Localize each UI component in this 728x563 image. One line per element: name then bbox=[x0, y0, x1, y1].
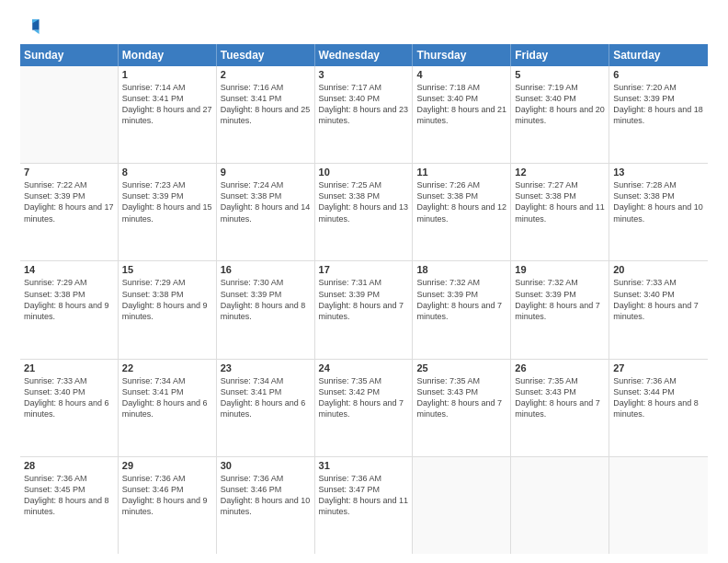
week-row-3: 14Sunrise: 7:29 AMSunset: 3:38 PMDayligh… bbox=[20, 261, 708, 359]
sunset-text: Sunset: 3:40 PM bbox=[613, 289, 704, 300]
daylight-text: Daylight: 8 hours and 10 minutes. bbox=[613, 201, 704, 224]
sunrise-text: Sunrise: 7:27 AM bbox=[515, 179, 605, 190]
cal-cell-0-0 bbox=[20, 66, 119, 163]
cal-cell-4-4 bbox=[413, 457, 511, 554]
day-number: 29 bbox=[122, 460, 212, 471]
sunset-text: Sunset: 3:38 PM bbox=[24, 289, 114, 300]
daylight-text: Daylight: 8 hours and 25 minutes. bbox=[221, 104, 311, 126]
cal-cell-1-4: 11Sunrise: 7:26 AMSunset: 3:38 PMDayligh… bbox=[413, 164, 511, 260]
daylight-text: Daylight: 8 hours and 9 minutes. bbox=[122, 495, 212, 517]
sunrise-text: Sunrise: 7:33 AM bbox=[24, 375, 114, 386]
calendar: SundayMondayTuesdayWednesdayThursdayFrid… bbox=[20, 44, 708, 554]
cal-cell-3-5: 26Sunrise: 7:35 AMSunset: 3:43 PMDayligh… bbox=[511, 360, 609, 456]
cal-cell-2-0: 14Sunrise: 7:29 AMSunset: 3:38 PMDayligh… bbox=[20, 261, 119, 358]
cal-cell-4-6 bbox=[609, 457, 708, 554]
sunrise-text: Sunrise: 7:32 AM bbox=[515, 277, 605, 288]
sunset-text: Sunset: 3:39 PM bbox=[319, 289, 409, 300]
day-number: 30 bbox=[221, 460, 311, 471]
day-number: 10 bbox=[319, 167, 409, 178]
week-row-1: 1Sunrise: 7:14 AMSunset: 3:41 PMDaylight… bbox=[20, 66, 708, 164]
daylight-text: Daylight: 8 hours and 7 minutes. bbox=[319, 397, 409, 419]
header-day-sunday: Sunday bbox=[20, 44, 119, 66]
cal-cell-1-2: 9Sunrise: 7:24 AMSunset: 3:38 PMDaylight… bbox=[217, 164, 315, 260]
daylight-text: Daylight: 8 hours and 7 minutes. bbox=[515, 300, 605, 322]
daylight-text: Daylight: 8 hours and 7 minutes. bbox=[416, 300, 506, 322]
cal-cell-3-0: 21Sunrise: 7:33 AMSunset: 3:40 PMDayligh… bbox=[20, 360, 119, 456]
sunrise-text: Sunrise: 7:28 AM bbox=[613, 179, 704, 190]
daylight-text: Daylight: 8 hours and 23 minutes. bbox=[319, 104, 409, 126]
day-number: 13 bbox=[613, 167, 704, 178]
sunrise-text: Sunrise: 7:33 AM bbox=[613, 277, 704, 288]
day-number: 24 bbox=[319, 362, 409, 373]
sunrise-text: Sunrise: 7:17 AM bbox=[319, 82, 409, 93]
day-number: 9 bbox=[221, 167, 311, 178]
daylight-text: Daylight: 8 hours and 11 minutes. bbox=[319, 495, 409, 517]
daylight-text: Daylight: 8 hours and 20 minutes. bbox=[515, 104, 605, 126]
sunrise-text: Sunrise: 7:26 AM bbox=[416, 179, 506, 190]
daylight-text: Daylight: 8 hours and 7 minutes. bbox=[319, 300, 409, 322]
daylight-text: Daylight: 8 hours and 7 minutes. bbox=[515, 397, 605, 419]
daylight-text: Daylight: 8 hours and 6 minutes. bbox=[122, 397, 212, 419]
cal-cell-1-6: 13Sunrise: 7:28 AMSunset: 3:38 PMDayligh… bbox=[609, 164, 708, 260]
sunrise-text: Sunrise: 7:23 AM bbox=[122, 179, 212, 190]
day-number: 11 bbox=[416, 167, 506, 178]
header-day-saturday: Saturday bbox=[609, 44, 708, 66]
cal-cell-3-3: 24Sunrise: 7:35 AMSunset: 3:42 PMDayligh… bbox=[315, 360, 414, 456]
day-number: 31 bbox=[319, 460, 409, 471]
daylight-text: Daylight: 8 hours and 6 minutes. bbox=[221, 397, 311, 419]
cal-cell-2-1: 15Sunrise: 7:29 AMSunset: 3:38 PMDayligh… bbox=[119, 261, 217, 358]
sunset-text: Sunset: 3:40 PM bbox=[515, 93, 605, 104]
sunrise-text: Sunrise: 7:14 AM bbox=[122, 82, 212, 93]
cal-cell-2-3: 17Sunrise: 7:31 AMSunset: 3:39 PMDayligh… bbox=[315, 261, 414, 358]
daylight-text: Daylight: 8 hours and 9 minutes. bbox=[24, 300, 114, 322]
sunset-text: Sunset: 3:41 PM bbox=[221, 93, 311, 104]
header-day-tuesday: Tuesday bbox=[217, 44, 315, 66]
day-number: 4 bbox=[416, 69, 506, 80]
cal-cell-1-1: 8Sunrise: 7:23 AMSunset: 3:39 PMDaylight… bbox=[119, 164, 217, 260]
sunset-text: Sunset: 3:46 PM bbox=[122, 484, 212, 495]
daylight-text: Daylight: 8 hours and 12 minutes. bbox=[416, 201, 506, 224]
calendar-body: 1Sunrise: 7:14 AMSunset: 3:41 PMDaylight… bbox=[20, 66, 708, 554]
sunset-text: Sunset: 3:38 PM bbox=[515, 190, 605, 201]
sunset-text: Sunset: 3:40 PM bbox=[416, 93, 506, 104]
sunset-text: Sunset: 3:47 PM bbox=[319, 484, 409, 495]
cal-cell-0-2: 2Sunrise: 7:16 AMSunset: 3:41 PMDaylight… bbox=[217, 66, 315, 163]
day-number: 12 bbox=[515, 167, 605, 178]
cal-cell-4-1: 29Sunrise: 7:36 AMSunset: 3:46 PMDayligh… bbox=[119, 457, 217, 554]
cal-cell-4-2: 30Sunrise: 7:36 AMSunset: 3:46 PMDayligh… bbox=[217, 457, 315, 554]
daylight-text: Daylight: 8 hours and 27 minutes. bbox=[122, 104, 212, 126]
cal-cell-4-5 bbox=[511, 457, 609, 554]
sunrise-text: Sunrise: 7:29 AM bbox=[122, 277, 212, 288]
sunrise-text: Sunrise: 7:35 AM bbox=[515, 375, 605, 386]
cal-cell-0-5: 5Sunrise: 7:19 AMSunset: 3:40 PMDaylight… bbox=[511, 66, 609, 163]
day-number: 19 bbox=[515, 264, 605, 275]
daylight-text: Daylight: 8 hours and 8 minutes. bbox=[24, 495, 114, 517]
sunrise-text: Sunrise: 7:25 AM bbox=[319, 179, 409, 190]
sunset-text: Sunset: 3:43 PM bbox=[515, 386, 605, 397]
header-day-monday: Monday bbox=[119, 44, 217, 66]
week-row-4: 21Sunrise: 7:33 AMSunset: 3:40 PMDayligh… bbox=[20, 360, 708, 457]
logo bbox=[20, 17, 44, 37]
sunrise-text: Sunrise: 7:29 AM bbox=[24, 277, 114, 288]
cal-cell-1-5: 12Sunrise: 7:27 AMSunset: 3:38 PMDayligh… bbox=[511, 164, 609, 260]
cal-cell-4-0: 28Sunrise: 7:36 AMSunset: 3:45 PMDayligh… bbox=[20, 457, 119, 554]
daylight-text: Daylight: 8 hours and 10 minutes. bbox=[221, 495, 311, 517]
day-number: 28 bbox=[24, 460, 114, 471]
day-number: 1 bbox=[122, 69, 212, 80]
cal-cell-3-2: 23Sunrise: 7:34 AMSunset: 3:41 PMDayligh… bbox=[217, 360, 315, 456]
sunset-text: Sunset: 3:39 PM bbox=[416, 289, 506, 300]
header-day-wednesday: Wednesday bbox=[315, 44, 414, 66]
day-number: 5 bbox=[515, 69, 605, 80]
sunset-text: Sunset: 3:38 PM bbox=[416, 190, 506, 201]
header-day-friday: Friday bbox=[511, 44, 609, 66]
page: SundayMondayTuesdayWednesdayThursdayFrid… bbox=[0, 0, 728, 563]
sunrise-text: Sunrise: 7:32 AM bbox=[416, 277, 506, 288]
cal-cell-3-6: 27Sunrise: 7:36 AMSunset: 3:44 PMDayligh… bbox=[609, 360, 708, 456]
week-row-2: 7Sunrise: 7:22 AMSunset: 3:39 PMDaylight… bbox=[20, 164, 708, 261]
sunrise-text: Sunrise: 7:18 AM bbox=[416, 82, 506, 93]
daylight-text: Daylight: 8 hours and 7 minutes. bbox=[416, 397, 506, 419]
sunrise-text: Sunrise: 7:22 AM bbox=[24, 179, 114, 190]
sunrise-text: Sunrise: 7:35 AM bbox=[416, 375, 506, 386]
sunset-text: Sunset: 3:39 PM bbox=[221, 289, 311, 300]
header-day-thursday: Thursday bbox=[413, 44, 511, 66]
